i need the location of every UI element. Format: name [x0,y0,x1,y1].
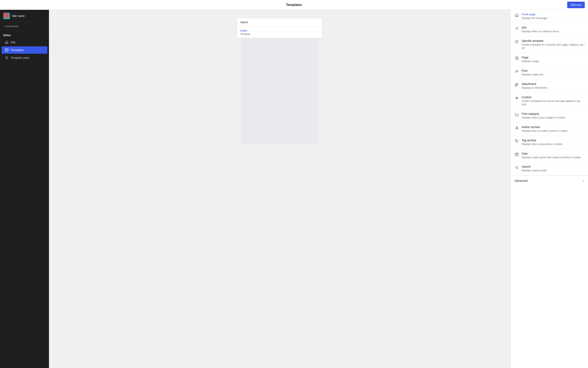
sidebar-item-templates[interactable]: Templates [2,46,47,54]
dropdown-item-specific-template[interactable]: Specific template Create a template for … [511,36,588,53]
back-to-dashboard[interactable]: ‹ Dashboard [0,22,49,30]
svg-point-22 [516,127,517,128]
post-text: Post Displays single post [522,69,584,76]
advanced-arrow-icon: › [583,178,584,183]
templates-icon [5,48,9,52]
search-icon [515,166,519,169]
dropdown-item-404[interactable]: 404 Displays when no content is found [511,23,588,36]
sidebar-nav: Site Templates [0,38,49,62]
main-content: Name Index Template [49,10,510,368]
specific-template-title: Specific template [522,39,584,43]
dropdown-item-author-archive[interactable]: Author archive Displays when an author a… [511,122,588,136]
attachment-desc: Displays an attachment [522,86,584,90]
dropdown-item-front-page[interactable]: Front page Displays the homepage [511,10,588,23]
sidebar-item-template-parts[interactable]: Template parts [2,54,47,62]
table-header-other [298,18,322,27]
search-desc: Displays search results [522,169,584,172]
lines-icon [515,69,519,74]
dropdown-item-date[interactable]: Date Displays a date archive like mysite… [511,149,588,162]
advanced-label: Advanced [515,179,527,182]
custom-desc: Create a template that can be manually a… [522,100,584,106]
diamond-icon [5,56,9,60]
date-desc: Displays a date archive like mysite.com/… [522,156,584,159]
add-new-button[interactable]: Add new [567,2,585,8]
person-icon [515,126,519,130]
specific-template-arrow: › [584,43,585,46]
svg-point-24 [516,140,517,141]
svg-rect-13 [516,41,518,43]
dropdown-item-custom[interactable]: Custom Create a template that can be man… [511,93,588,110]
svg-rect-29 [516,155,517,155]
date-text: Date Displays a date archive like mysite… [522,152,584,159]
svg-rect-0 [4,14,9,18]
home-icon [515,13,519,17]
svg-rect-25 [515,153,518,156]
attachment-title: Attachment [522,82,584,86]
tag-icon [515,139,519,143]
folder-icon [515,112,519,117]
x-icon [515,26,519,30]
tag-archive-desc: Displays when a tag archive is visited [522,143,584,146]
templates-table: Name Index Template [237,18,322,38]
dropdown-item-post-category[interactable]: Post category Displays when a post categ… [511,109,588,122]
tag-archive-text: Tag archive Displays when a tag archive … [522,139,584,146]
dropdown-panel: Front page Displays the homepage 404 Dis… [510,10,588,368]
file-icon [515,56,519,60]
front-page-title: Front page [522,13,584,16]
dropdown-item-post[interactable]: Post Displays single post [511,66,588,79]
svg-point-30 [516,166,518,168]
svg-rect-2 [5,49,8,51]
date-title: Date [522,152,584,155]
advanced-row[interactable]: Advanced › [511,175,588,186]
table-row: Index Template [237,27,322,38]
front-page-text: Front page Displays the homepage [522,13,584,20]
post-desc: Displays single post [522,73,584,76]
sidebar: Site name ‹ Dashboard Editor Site [0,10,49,368]
front-page-desc: Displays the homepage [522,17,584,20]
page-title: Page [522,56,584,59]
table-header-name: Name [237,18,298,27]
author-archive-title: Author archive [522,125,584,129]
site-logo [3,13,10,19]
svg-marker-5 [6,56,8,59]
svg-rect-1 [6,43,7,44]
back-arrow-icon: ‹ [3,25,4,28]
sidebar-item-site-label: Site [11,41,16,44]
page-desc: Displays a page [522,60,584,63]
calendar-icon [515,152,519,156]
specific-template-text: Specific template Create a template for … [522,39,584,50]
search-title: Search [522,165,584,168]
specific-template-desc: Create a template for a specific post, p… [522,43,584,50]
row-desc: Template [240,33,250,36]
author-archive-text: Author archive Displays when an author a… [522,125,584,133]
post-category-title: Post category [522,112,584,115]
post-category-text: Post category Displays when a post categ… [522,112,584,120]
svg-line-31 [517,168,518,169]
sidebar-item-templates-label: Templates [11,48,24,52]
app-body: Site name ‹ Dashboard Editor Site [0,10,588,368]
top-header: Templates Add new [0,0,588,10]
home-icon [5,40,9,44]
page-text: Page Displays a page [522,56,584,63]
back-label: Dashboard [5,25,18,28]
404-desc: Displays when no content is found [522,30,584,33]
post-title: Post [522,69,584,72]
site-name-label: Site name [12,14,25,18]
svg-rect-6 [517,16,517,17]
sidebar-item-template-parts-label: Template parts [11,56,29,59]
dropdown-item-attachment[interactable]: Attachment Displays an attachment [511,79,588,93]
asterisk-icon [515,96,519,100]
row-col2 [298,27,322,38]
page-title: Templates [286,3,302,7]
post-category-desc: Displays when a post category is visited [522,116,584,120]
tag-archive-title: Tag archive [522,139,584,142]
dropdown-item-page[interactable]: Page Displays a page [511,53,588,66]
index-link[interactable]: Index [240,29,247,32]
404-title: 404 [522,26,584,29]
dropdown-item-tag-archive[interactable]: Tag archive Displays when a tag archive … [511,136,588,149]
sidebar-item-site[interactable]: Site [2,39,47,46]
404-text: 404 Displays when no content is found [522,26,584,33]
attachment-text: Attachment Displays an attachment [522,82,584,90]
author-archive-desc: Displays when an author archive is visit… [522,129,584,133]
dropdown-item-search[interactable]: Search Displays search results [511,162,588,175]
